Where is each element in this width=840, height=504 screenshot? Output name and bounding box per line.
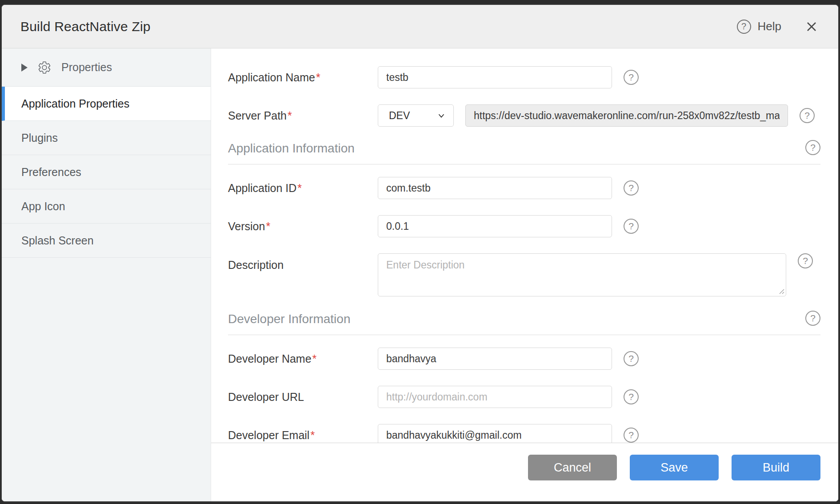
server-env-selected-value: DEV <box>389 110 410 122</box>
close-button[interactable] <box>805 20 818 33</box>
server-env-select[interactable]: DEV <box>378 104 454 127</box>
version-row: Version* ? <box>228 215 820 237</box>
dialog-header: Build ReactNative Zip ? Help <box>2 5 838 48</box>
developer-name-help-icon[interactable]: ? <box>624 351 639 366</box>
application-properties-form: Application Name* ? Server Path* DEV <box>211 48 838 443</box>
required-asterisk: * <box>266 220 270 232</box>
application-name-label: Application Name* <box>228 71 378 84</box>
sidebar-item-label: Plugins <box>21 132 58 144</box>
expand-arrow-icon <box>21 64 28 72</box>
application-information-help-icon[interactable]: ? <box>805 140 820 155</box>
description-help-icon[interactable]: ? <box>798 253 813 268</box>
developer-information-section: Developer Information ? <box>228 311 820 335</box>
application-name-input[interactable] <box>378 66 612 88</box>
server-path-url-input[interactable] <box>465 104 788 127</box>
developer-url-label: Developer URL <box>228 391 378 404</box>
required-asterisk: * <box>297 182 302 194</box>
dialog-title: Build ReactNative Zip <box>20 19 737 34</box>
application-id-help-icon[interactable]: ? <box>624 180 639 196</box>
application-information-section: Application Information ? <box>228 140 820 164</box>
description-textarea[interactable] <box>378 253 786 296</box>
developer-name-label: Developer Name* <box>228 352 378 365</box>
sidebar-item-label: Application Properties <box>21 97 129 110</box>
application-information-title: Application Information <box>228 140 805 157</box>
section-divider <box>228 164 820 164</box>
sidebar-item-label: App Icon <box>21 200 65 213</box>
developer-name-row: Developer Name* ? <box>228 348 820 370</box>
developer-url-help-icon[interactable]: ? <box>624 389 639 404</box>
help-label: Help <box>758 20 781 33</box>
description-label: Description <box>228 253 378 272</box>
sidebar-group-label: Properties <box>61 61 112 74</box>
required-asterisk: * <box>288 109 292 122</box>
application-id-label: Application ID* <box>228 182 378 195</box>
dialog-footer: Cancel Save Build <box>211 443 838 501</box>
version-help-icon[interactable]: ? <box>624 219 639 234</box>
application-name-help-icon[interactable]: ? <box>624 70 639 85</box>
sidebar-item-label: Splash Screen <box>21 234 94 247</box>
developer-name-input[interactable] <box>378 348 612 370</box>
save-button[interactable]: Save <box>630 455 719 480</box>
developer-email-label: Developer Email* <box>228 429 378 442</box>
sidebar-group-properties[interactable]: Properties <box>2 48 211 87</box>
sidebar-item-preferences[interactable]: Preferences <box>2 155 211 189</box>
sidebar-item-application-properties[interactable]: Application Properties <box>2 87 211 121</box>
developer-email-row: Developer Email* ? <box>228 424 820 443</box>
build-button[interactable]: Build <box>732 455 820 480</box>
required-asterisk: * <box>312 352 317 365</box>
sidebar-item-label: Preferences <box>21 166 81 179</box>
sidebar-item-splash-screen[interactable]: Splash Screen <box>2 224 211 258</box>
developer-url-row: Developer URL ? <box>228 386 820 408</box>
application-id-input[interactable] <box>378 177 612 199</box>
developer-information-help-icon[interactable]: ? <box>805 311 820 326</box>
version-label: Version* <box>228 220 378 233</box>
required-asterisk: * <box>310 429 315 441</box>
required-asterisk: * <box>316 71 320 84</box>
help-circle-icon: ? <box>737 20 751 34</box>
close-icon <box>805 20 818 33</box>
sidebar: Properties Application Properties Plugin… <box>2 48 211 501</box>
server-path-help-icon[interactable]: ? <box>800 108 815 123</box>
server-path-row: Server Path* DEV ? <box>228 104 820 127</box>
sidebar-item-app-icon[interactable]: App Icon <box>2 189 211 224</box>
developer-url-input[interactable] <box>378 386 612 408</box>
description-row: Description ? <box>228 253 820 296</box>
section-divider <box>228 335 820 335</box>
help-button[interactable]: ? Help <box>737 20 781 34</box>
server-path-label: Server Path* <box>228 109 378 122</box>
developer-email-help-icon[interactable]: ? <box>624 428 639 443</box>
gear-icon <box>37 60 52 75</box>
developer-email-input[interactable] <box>378 424 612 443</box>
version-input[interactable] <box>378 215 612 237</box>
sidebar-item-plugins[interactable]: Plugins <box>2 121 211 155</box>
build-reactnative-zip-dialog: Build ReactNative Zip ? Help Properties … <box>1 4 839 502</box>
application-name-row: Application Name* ? <box>228 66 820 88</box>
chevron-down-icon <box>436 111 446 120</box>
developer-information-title: Developer Information <box>228 311 805 328</box>
application-id-row: Application ID* ? <box>228 177 820 199</box>
cancel-button[interactable]: Cancel <box>528 455 617 480</box>
